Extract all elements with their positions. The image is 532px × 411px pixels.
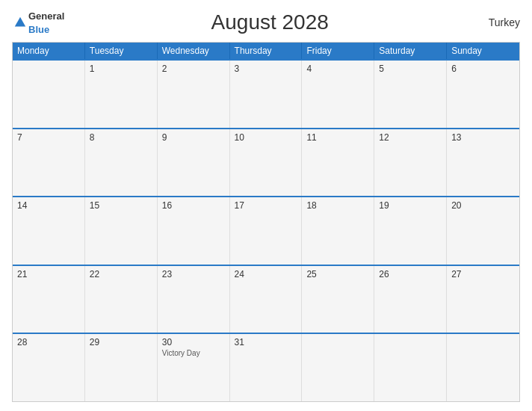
page-title: August 2028 xyxy=(64,10,475,34)
day-cell: 31 xyxy=(230,334,303,401)
calendar-grid: Monday Tuesday Wednesday Thursday Friday… xyxy=(12,42,520,402)
day-cell: 12 xyxy=(374,129,447,197)
day-cell: 26 xyxy=(374,266,447,333)
logo-icon xyxy=(13,16,27,29)
day-cell: 22 xyxy=(85,266,158,333)
weeks-container: 1 2 3 4 5 6 7 8 9 10 11 12 13 14 15 xyxy=(13,59,519,401)
country-label: Turkey xyxy=(475,16,520,28)
day-cell: 16 xyxy=(158,197,230,265)
day-cell: 23 xyxy=(158,266,230,333)
week-row: 1 2 3 4 5 6 xyxy=(13,59,519,128)
day-cell: 14 xyxy=(13,197,85,265)
day-cell: 29 xyxy=(85,334,158,401)
day-cell: 9 xyxy=(158,129,230,197)
day-cell: 27 xyxy=(447,266,519,333)
week-row: 21 22 23 24 25 26 27 xyxy=(13,265,519,333)
day-cell: 24 xyxy=(230,266,303,333)
page-header: General Blue August 2028 Turkey xyxy=(12,9,520,36)
header-wednesday: Wednesday xyxy=(158,43,230,59)
header-monday: Monday xyxy=(13,43,85,59)
day-cell xyxy=(374,334,447,401)
header-tuesday: Tuesday xyxy=(85,43,158,59)
day-cell: 6 xyxy=(447,61,519,128)
day-cell: 19 xyxy=(374,197,447,265)
day-cell: 3 xyxy=(230,61,303,128)
svg-marker-0 xyxy=(15,17,25,27)
header-saturday: Saturday xyxy=(374,43,447,59)
week-row: 7 8 9 10 11 12 13 xyxy=(13,128,519,197)
day-headers-row: Monday Tuesday Wednesday Thursday Friday… xyxy=(13,43,519,59)
logo: General Blue xyxy=(12,9,64,36)
holiday-label: Victory Day xyxy=(162,349,225,357)
day-cell: 5 xyxy=(374,61,447,128)
day-cell: 8 xyxy=(85,129,158,197)
day-cell xyxy=(302,334,374,401)
header-friday: Friday xyxy=(302,43,374,59)
day-cell: 21 xyxy=(13,266,85,333)
logo-general: General xyxy=(28,10,64,22)
calendar-page: General Blue August 2028 Turkey Monday T… xyxy=(0,0,532,411)
day-cell: 11 xyxy=(302,129,374,197)
day-cell: 2 xyxy=(158,61,230,128)
day-cell: 30 Victory Day xyxy=(158,334,230,401)
day-cell: 13 xyxy=(447,129,519,197)
week-row: 28 29 30 Victory Day 31 xyxy=(13,333,519,401)
day-cell: 20 xyxy=(447,197,519,265)
day-cell: 18 xyxy=(302,197,374,265)
day-cell: 25 xyxy=(302,266,374,333)
week-row: 14 15 16 17 18 19 20 xyxy=(13,196,519,265)
day-cell: 28 xyxy=(13,334,85,401)
logo-blue: Blue xyxy=(28,24,49,35)
day-cell xyxy=(13,61,85,128)
day-cell: 4 xyxy=(302,61,374,128)
day-cell: 10 xyxy=(230,129,303,197)
day-cell: 17 xyxy=(230,197,303,265)
day-cell: 7 xyxy=(13,129,85,197)
day-cell xyxy=(447,334,519,401)
day-cell: 15 xyxy=(85,197,158,265)
header-sunday: Sunday xyxy=(447,43,519,59)
header-thursday: Thursday xyxy=(230,43,303,59)
day-cell: 1 xyxy=(85,61,158,128)
